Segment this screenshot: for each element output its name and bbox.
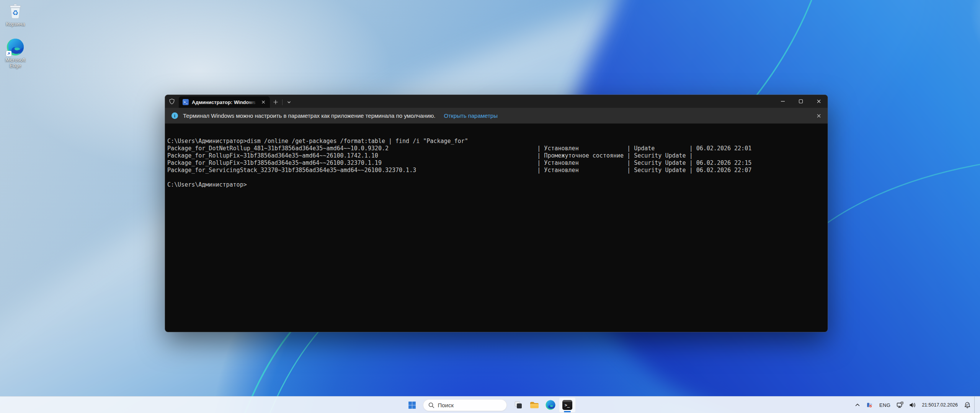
file-explorer-icon <box>529 400 539 410</box>
start-button[interactable] <box>405 397 420 413</box>
close-button[interactable] <box>810 95 828 108</box>
terminal-titlebar[interactable]: >_ Администратор: Windows Po <box>165 95 828 108</box>
windows-logo-icon <box>407 400 417 410</box>
shortcut-arrow-badge <box>6 51 11 56</box>
terminal-output[interactable]: C:\Users\Администратор>dism /online /get… <box>165 124 828 332</box>
edge-icon <box>546 400 555 410</box>
search-icon <box>428 402 434 408</box>
banner-close-button[interactable] <box>815 112 822 119</box>
tray-chevron-up-button[interactable] <box>852 398 863 412</box>
speaker-icon <box>908 401 916 409</box>
desktop-icon-edge[interactable]: Microsoft Edge <box>1 38 30 68</box>
language-indicator[interactable]: ENG <box>877 398 893 412</box>
terminal-line: Package_for_RollupFix~31bf3856ad364e35~a… <box>167 152 825 159</box>
tab-close-button[interactable] <box>260 99 267 106</box>
new-tab-button[interactable] <box>270 96 281 108</box>
search-placeholder: Поиск <box>438 402 454 408</box>
active-app-indicator <box>564 411 571 413</box>
desktop-icon-label: Microsoft Edge <box>1 57 30 68</box>
desktop-icon-label: Корзина <box>6 21 25 27</box>
default-terminal-banner: i Терминал Windows можно настроить в пар… <box>165 108 828 124</box>
volume-tray-button[interactable] <box>907 398 918 412</box>
terminal-icon: >_ <box>562 400 572 410</box>
terminal-window: >_ Администратор: Windows Po <box>165 95 828 332</box>
show-desktop-button[interactable] <box>974 397 977 413</box>
maximize-button[interactable] <box>792 95 810 108</box>
edge-taskbar-button[interactable] <box>543 397 558 413</box>
desktop: ♻ Корзина Microsoft Edge >_ Администрато… <box>0 0 980 413</box>
network-tray-button[interactable] <box>895 398 905 412</box>
search-input[interactable]: Поиск <box>423 399 507 411</box>
terminal-line <box>167 174 825 181</box>
system-tray: ENG 21:50 17.02.2026 <box>852 397 977 413</box>
file-explorer-button[interactable] <box>527 397 542 413</box>
tab-title: Администратор: Windows Po <box>192 99 257 105</box>
ethernet-network-icon <box>896 401 904 409</box>
task-view-button[interactable] <box>511 397 526 413</box>
clock-time: 21:50 <box>922 402 934 408</box>
notifications-tray-button[interactable]: z z <box>962 398 973 412</box>
terminal-line: C:\Users\Администратор> <box>167 181 825 189</box>
chevron-up-icon <box>854 401 861 409</box>
clock-date: 17.02.2026 <box>934 402 958 408</box>
safely-remove-hardware-icon <box>866 401 874 409</box>
desktop-icon-recycle-bin[interactable]: ♻ Корзина <box>1 2 30 27</box>
info-icon: i <box>172 112 178 119</box>
terminal-line: C:\Users\Администратор>dism /online /get… <box>167 138 825 145</box>
minimize-button[interactable] <box>774 95 792 108</box>
open-settings-link[interactable]: Открыть параметры <box>444 112 498 119</box>
svg-text:♻: ♻ <box>12 9 18 17</box>
recycle-bin-icon: ♻ <box>7 2 24 20</box>
terminal-taskbar-button[interactable]: >_ <box>559 397 576 413</box>
terminal-line: Package_for_DotNetRollup_481~31bf3856ad3… <box>167 145 825 152</box>
terminal-line: Package_for_ServicingStack_32370~31bf385… <box>167 167 825 174</box>
clock[interactable]: 21:50 17.02.2026 <box>919 398 960 412</box>
powershell-icon: >_ <box>183 99 189 105</box>
tray-hardware-button[interactable] <box>864 398 875 412</box>
tab-dropdown-button[interactable] <box>283 96 295 108</box>
taskbar-center: Поиск >_ <box>0 397 980 413</box>
banner-message: Терминал Windows можно настроить в парам… <box>183 112 436 119</box>
terminal-tab[interactable]: >_ Администратор: Windows Po <box>179 96 270 108</box>
task-view-icon <box>514 400 523 410</box>
taskbar: Поиск >_ <box>0 396 980 413</box>
admin-shield-icon <box>165 95 179 108</box>
do-not-disturb-bell-icon: z z <box>964 401 971 409</box>
titlebar-divider <box>282 99 283 105</box>
terminal-line: Package_for_RollupFix~31bf3856ad364e35~a… <box>167 159 825 167</box>
